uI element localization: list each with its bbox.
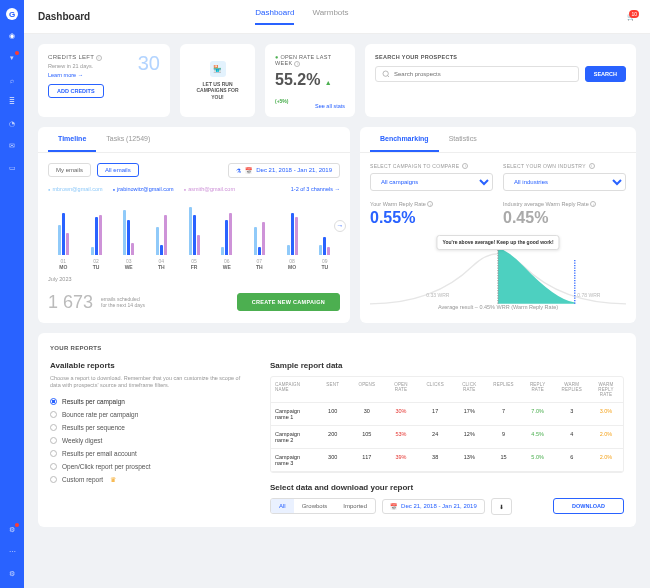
industry-select[interactable]: All industries xyxy=(503,173,626,191)
bell-curve-chart: You're above average! Keep up the good w… xyxy=(370,235,626,310)
chart-month: July 2023 xyxy=(48,276,340,282)
page-title: Dashboard xyxy=(38,11,90,22)
x-axis-right: 0.78 WRR xyxy=(577,292,600,298)
x-axis-left: 0.33 WRR xyxy=(426,292,449,298)
report-option[interactable]: Weekly digest xyxy=(50,437,250,444)
create-campaign-button[interactable]: CREATE NEW CAMPAIGN xyxy=(237,293,340,311)
nav-folder-icon[interactable]: ▭ xyxy=(6,162,18,174)
download-button[interactable]: DOWNLOAD xyxy=(553,498,624,514)
reports-section: YOUR REPORTS Available reports Choose a … xyxy=(38,333,636,527)
table-row: Campaign name 220010553%2412%94.5%42.0% xyxy=(271,426,623,449)
report-option[interactable]: Results per sequence xyxy=(50,424,250,431)
date-range-picker[interactable]: ⚗ 📅 Dec 21, 2018 - Jan 21, 2019 xyxy=(228,163,340,178)
scheduled-count: 1 673 xyxy=(48,292,93,313)
info-icon[interactable]: i xyxy=(294,61,300,67)
open-rate-delta: (+5%) xyxy=(275,98,288,104)
reports-heading: YOUR REPORTS xyxy=(50,345,624,351)
table-row: Campaign name 330011739%3813%155.0%62.0% xyxy=(271,449,623,472)
compare-label: SELECT CAMPAIGN TO COMPARE xyxy=(370,163,459,169)
reports-description: Choose a report to download. Remember th… xyxy=(50,375,250,390)
seg-all[interactable]: All xyxy=(271,499,294,513)
download-icon: ⬇ xyxy=(499,503,504,510)
report-option[interactable]: Custom report♛ xyxy=(50,476,250,484)
info-icon[interactable]: i xyxy=(462,163,468,169)
download-date-range[interactable]: 📅 Dec 21, 2018 - Jan 21, 2019 xyxy=(382,499,485,514)
chart-column: 05FR xyxy=(183,200,206,270)
chart-tooltip: You're above average! Keep up the good w… xyxy=(436,235,559,250)
credits-count: 30 xyxy=(138,52,160,75)
info-icon[interactable]: i xyxy=(590,201,596,207)
search-card: SEARCH YOUR PROSPECTS SEARCH xyxy=(365,44,636,117)
nav-integrations-icon[interactable]: ⚙ xyxy=(6,524,18,536)
tab-dashboard[interactable]: Dashboard xyxy=(255,8,294,25)
seg-imported[interactable]: Imported xyxy=(335,499,375,513)
logo[interactable]: G xyxy=(6,8,18,20)
sample-data-heading: Sample report data xyxy=(270,361,624,370)
report-option[interactable]: Open/Click report per prospect xyxy=(50,463,250,470)
benchmarking-panel: Benchmarking Statistics SELECT CAMPAIGN … xyxy=(360,127,636,323)
report-option[interactable]: Bounce rate per campaign xyxy=(50,411,250,418)
info-icon[interactable]: i xyxy=(427,201,433,207)
see-all-stats-link[interactable]: See all stats xyxy=(315,103,345,109)
search-input[interactable] xyxy=(375,66,579,82)
download-icon-button[interactable]: ⬇ xyxy=(491,498,512,515)
cart-icon[interactable]: 🛒10 xyxy=(627,13,636,21)
chart-column: 09TU xyxy=(313,200,336,270)
nav-search-icon[interactable]: ⌕ xyxy=(6,74,18,86)
calendar-icon: 📅 xyxy=(245,167,252,174)
nav-funnel-icon[interactable]: ▾ xyxy=(6,52,18,64)
crown-icon: ♛ xyxy=(110,476,116,484)
tab-warmbots[interactable]: Warmbots xyxy=(312,8,348,25)
filter-all-emails[interactable]: All emails xyxy=(97,163,139,177)
topbar: Dashboard Dashboard Warmbots 🛒10 xyxy=(24,0,650,34)
campaign-select[interactable]: All campaigns xyxy=(370,173,493,191)
credits-card: CREDITS LEFT i Renew in 21 days. Learn m… xyxy=(38,44,170,117)
tab-benchmarking[interactable]: Benchmarking xyxy=(370,127,439,152)
info-icon[interactable]: i xyxy=(589,163,595,169)
chart-next-arrow[interactable]: → xyxy=(334,220,346,232)
nav-megaphone-icon[interactable]: ◔ xyxy=(6,118,18,130)
tab-tasks[interactable]: Tasks (12549) xyxy=(96,127,160,152)
email-legend-2: jrabinowitz@gmail.com xyxy=(113,186,174,192)
scheduled-text: emails scheduledfor the next 14 days xyxy=(101,296,145,309)
your-rate-value: 0.55% xyxy=(370,209,493,227)
industry-label: SELECT YOUR OWN INDUSTRY xyxy=(503,163,586,169)
nav-mail-icon[interactable]: ✉ xyxy=(6,140,18,152)
campaigns-promo-card[interactable]: 🏪 LET US RUNCAMPAIGNS FOR YOU! xyxy=(180,44,255,117)
open-rate-value: 55.2% xyxy=(275,71,320,88)
industry-rate-label: Industry average Warm Reply Rate xyxy=(503,201,589,207)
source-segment: All Growbots Imported xyxy=(270,498,376,514)
chart-column: 02TU xyxy=(85,200,108,270)
timeline-panel: Timeline Tasks (12549) My emails All ema… xyxy=(38,127,350,323)
tab-timeline[interactable]: Timeline xyxy=(48,127,96,152)
nav-list-icon[interactable]: ≣ xyxy=(6,96,18,108)
info-icon[interactable]: i xyxy=(96,55,102,61)
chart-column: 04TH xyxy=(150,200,173,270)
store-icon: 🏪 xyxy=(210,61,226,77)
learn-more-link[interactable]: Learn more → xyxy=(48,72,83,78)
nav-dashboard-icon[interactable]: ◉ xyxy=(6,30,18,42)
chart-column: 08MO xyxy=(281,200,304,270)
add-credits-button[interactable]: ADD CREDITS xyxy=(48,84,104,98)
email-legend-1: mbrown@gmail.com xyxy=(48,186,103,192)
report-option[interactable]: Results per email account xyxy=(50,450,250,457)
chart-column: 03WE xyxy=(117,200,140,270)
filter-my-emails[interactable]: My emails xyxy=(48,163,91,177)
tab-statistics[interactable]: Statistics xyxy=(439,127,487,152)
table-row: Campaign name 11003030%1717%77.0%33.0% xyxy=(271,403,623,426)
your-rate-label: Your Warm Reply Rate xyxy=(370,201,426,207)
chart-column: 06WE xyxy=(215,200,238,270)
report-option[interactable]: Results per campaign xyxy=(50,398,250,405)
nav-help-icon[interactable]: ⋯ xyxy=(6,546,18,558)
sample-report-table: CAMPAIGN NAMESENTOPENSOPEN RATECLICKSCLI… xyxy=(270,376,624,473)
timeline-chart: 01MO02TU03WE04TH05FR06WE07TH08MO09TU→ xyxy=(48,200,340,270)
seg-growbots[interactable]: Growbots xyxy=(294,499,336,513)
open-rate-label: OPEN RATE LAST WEEK xyxy=(275,54,331,66)
channels-pager[interactable]: 1-2 of 3 channels → xyxy=(291,186,340,192)
search-button[interactable]: SEARCH xyxy=(585,66,626,82)
chart-column: 07TH xyxy=(248,200,271,270)
email-legend-3: asmith@gmail.com xyxy=(184,186,235,192)
filter-icon: ⚗ xyxy=(236,167,241,174)
chart-column: 01MO xyxy=(52,200,75,270)
nav-settings-icon[interactable]: ⚙ xyxy=(6,568,18,580)
